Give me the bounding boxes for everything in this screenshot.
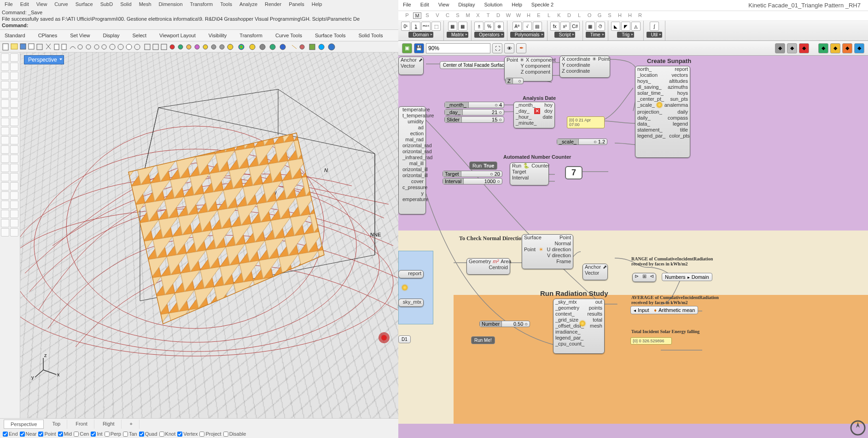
ribbon-icon[interactable]: x² [560,22,570,31]
vtab-front[interactable]: Front [69,420,94,429]
gh-tab-letter[interactable]: L [575,12,583,19]
ribbon-icon[interactable]: ▦ [448,22,457,31]
ribbon-icon[interactable]: ▦ [458,22,467,31]
tool-icon[interactable] [10,173,18,181]
gh-menu-view[interactable]: View [438,2,449,9]
vtab-add[interactable]: + [123,420,140,429]
vector-display-node[interactable]: Anchor⬈ Vector [583,264,608,280]
gh-tab-letter[interactable]: S [423,12,431,19]
gh-tab-letter[interactable]: S [606,12,614,19]
gh-tab-letter[interactable]: H [524,12,533,19]
ribbon-label[interactable]: Script [554,32,576,38]
sky-report-node[interactable]: report [398,270,424,278]
tool-icon[interactable] [10,210,18,218]
tool-icon[interactable] [1,118,9,126]
ribbon-icon[interactable]: ◤ [621,22,630,31]
tool-icon[interactable] [10,118,18,126]
ribbon-icon[interactable]: ⊗ [495,22,504,31]
tool-icon[interactable] [10,53,18,62]
osnap-vertex[interactable]: Vertex [177,431,198,437]
tool-icon[interactable] [10,155,18,163]
generic-slider[interactable]: Slider15 ○ [444,116,504,123]
day-slider[interactable]: _day_21 ○ [444,109,504,115]
ribbon-label[interactable]: Operators [474,32,504,38]
tool-icon[interactable] [1,228,9,236]
hoy-node[interactable]: _month_hoy _day_✕doy _hour_date _minute_ [513,102,555,128]
tool-icon[interactable] [1,191,9,200]
viewport-title[interactable]: Perspective [24,55,64,64]
z-slider[interactable]: Z○ [505,78,524,84]
gh-tab-letter[interactable]: M [413,12,421,19]
gh-menu-display[interactable]: Display [458,2,475,9]
tool-icon[interactable] [10,90,18,98]
ladybug-radiation-node[interactable]: _sky_mtxout_geometrypointscontext_result… [553,299,605,354]
gh-menu-solution[interactable]: Solution [484,2,502,9]
tool-icon[interactable] [1,219,9,227]
ribbon-label[interactable]: Matrix [447,32,468,38]
tab-standard[interactable]: Standard [4,32,26,39]
rhino-left-toolbar[interactable] [0,52,20,418]
gh-tab-letter[interactable]: C [443,12,452,19]
tool-icon[interactable] [10,228,18,236]
rhino-menu-help[interactable]: Help [309,1,325,7]
open-icon[interactable]: ▣ [402,43,412,53]
gh-tab-letter[interactable]: O [585,12,594,19]
gh-tab-letter[interactable]: X [474,12,482,19]
tool-icon[interactable] [1,173,9,181]
ribbon-icon[interactable]: ◬ [631,22,641,31]
ribbon-icon[interactable]: fx [550,22,559,31]
tab-visibility[interactable]: Visibility [208,32,228,39]
rhino-menu-solid[interactable]: Solid [117,1,134,7]
ribbon-label[interactable]: Time [586,32,605,38]
vtab-top[interactable]: Top [46,420,67,429]
python-counter-node[interactable]: Run🐍Counter Target Interval [510,162,549,185]
avg-component[interactable]: ◂ Input ♦ Arithmetic mean [630,306,698,314]
surface-frame-node[interactable]: SurfacePoint Normal Point☀U direction V … [522,234,573,269]
target-slider[interactable]: Target○ 20 [443,171,502,177]
gh-tab-letter[interactable]: D [494,12,502,19]
canvas-compass-icon[interactable] [850,420,866,436]
tab-transform[interactable]: Transform [239,32,263,39]
mesh-yellow-icon[interactable]: ◆ [830,43,840,53]
ribbon-label[interactable]: Trig [617,32,634,38]
tool-icon[interactable] [1,81,9,89]
osnap-int[interactable]: Int [91,431,102,437]
tool-icon[interactable] [1,72,9,80]
tool-icon[interactable] [10,219,18,227]
ribbon-icon[interactable]: % [484,22,494,31]
tool-icon[interactable] [1,155,9,163]
month-slider[interactable]: _month_○ 4 [444,102,504,108]
rhino-menu-dimension[interactable]: Dimension [156,1,186,7]
tab-select[interactable]: Select [132,32,148,39]
mesh-green-icon[interactable]: ◆ [818,43,828,53]
tool-icon[interactable] [1,53,9,62]
osnap-knot[interactable]: Knot [159,431,176,437]
tab-cplanes[interactable]: CPlanes [37,32,58,39]
vector-anchor-node[interactable]: Anchor⬈ Vector [398,57,424,75]
gh-tab-letter[interactable]: H [616,12,624,19]
run-toggle[interactable]: Run True [469,161,497,170]
tab-solidtools[interactable]: Solid Tools [357,32,384,39]
rhino-menu-view[interactable]: View [34,1,50,7]
gh-tab-letter[interactable]: S [454,12,462,19]
tool-icon[interactable] [1,90,9,98]
tool-icon[interactable] [10,109,18,117]
ribbon-icon[interactable]: ◣ [611,22,620,31]
bounds-node[interactable]: ⊳⊞⊲ [632,273,656,282]
interval-slider[interactable]: Interval1000 ○ [443,178,502,184]
save-icon[interactable]: 💾 [414,43,424,53]
osnap-disable[interactable]: Disable [223,431,246,437]
rhino-menu-edit[interactable]: Edit [17,1,32,7]
perspective-viewport[interactable]: N NNE NNW [20,52,398,418]
tool-icon[interactable] [1,182,9,190]
osnap-near[interactable]: Near [20,431,37,437]
rhino-menu-mesh[interactable]: Mesh [136,1,154,7]
tab-curvetools[interactable]: Curve Tools [274,32,303,39]
vtab-perspective[interactable]: Perspective [4,420,44,429]
mesh-blue-icon[interactable]: ◆ [854,43,864,53]
tool-icon[interactable] [10,191,18,200]
ribbon-icon[interactable]: ▤ [533,22,542,31]
rhino-menu-subd[interactable]: SubD [98,1,116,7]
gh-tab-letter[interactable]: L [545,12,553,19]
tool-icon[interactable] [1,210,9,218]
